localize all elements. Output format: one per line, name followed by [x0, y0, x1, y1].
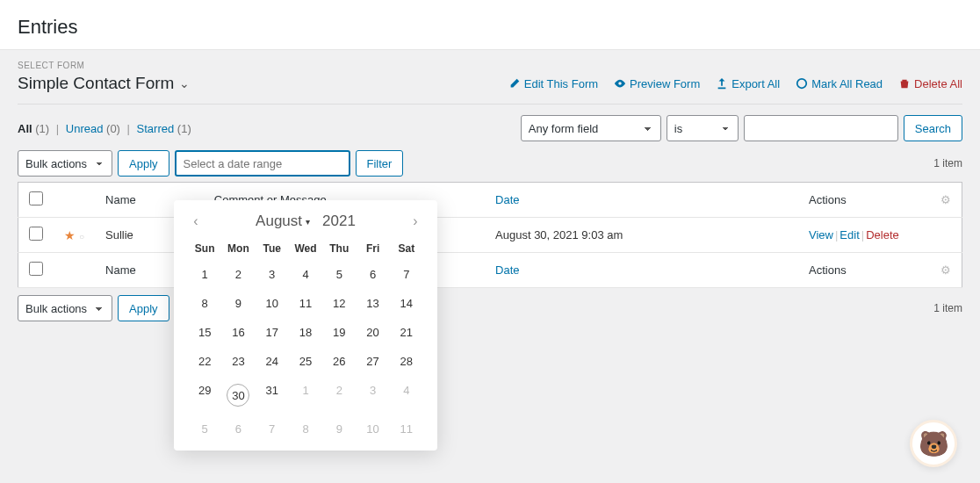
status-filter-links: All (1) | Unread (0) | Starred (1) [18, 122, 191, 135]
delete-all-link[interactable]: Delete All [898, 77, 962, 90]
calendar-day[interactable]: 2 [221, 260, 255, 289]
table-row[interactable]: ★○ Sullie Pre-Sale Query August 30, 2021… [18, 218, 962, 253]
search-button[interactable]: Search [904, 115, 962, 141]
edit-form-label: Edit This Form [524, 77, 598, 90]
entries-table: Name Comment or Message Date Actions ⚙ ★… [18, 182, 962, 288]
bulk-actions-select-top[interactable]: Bulk actions [18, 150, 112, 177]
item-count-bottom: 1 item [933, 302, 962, 314]
page-title: Entries [18, 16, 962, 39]
preview-form-label: Preview Form [630, 77, 700, 90]
bulk-apply-bottom[interactable]: Apply [118, 295, 169, 321]
cell-date: August 30, 2021 9:03 am [485, 218, 798, 253]
row-edit[interactable]: Edit [839, 228, 859, 242]
calendar-day[interactable]: 27 [356, 347, 389, 376]
export-all-label: Export All [731, 77, 780, 90]
row-view[interactable]: View [809, 228, 833, 242]
calendar-day[interactable]: 11 [390, 415, 423, 443]
circle-check-icon [796, 77, 808, 90]
mark-all-read-link[interactable]: Mark All Read [796, 77, 883, 90]
search-operator-select[interactable]: is [667, 115, 739, 141]
calendar-day[interactable]: 6 [221, 415, 255, 443]
search-field-select[interactable]: Any form field [521, 115, 661, 141]
calendar-day[interactable]: 26 [322, 347, 356, 376]
calendar-day[interactable]: 21 [390, 318, 423, 347]
calendar-day[interactable]: 14 [390, 289, 423, 318]
calendar-day[interactable]: 23 [221, 347, 255, 376]
calendar-day[interactable]: 22 [188, 347, 221, 376]
edit-form-link[interactable]: Edit This Form [508, 77, 598, 90]
calendar-day[interactable]: 3 [356, 376, 389, 415]
calendar-day[interactable]: 31 [256, 376, 289, 415]
calendar-day[interactable]: 4 [289, 260, 322, 289]
calendar-day[interactable]: 10 [356, 415, 389, 443]
year-label[interactable]: 2021 [322, 213, 356, 230]
month-select[interactable]: August▾ [256, 213, 310, 230]
form-selector[interactable]: Simple Contact Form ⌄ [18, 74, 190, 93]
row-checkbox[interactable] [29, 227, 43, 241]
svg-point-0 [797, 79, 807, 89]
row-delete[interactable]: Delete [866, 228, 899, 242]
prev-month-button[interactable]: ‹ [188, 213, 204, 229]
calendar-day[interactable]: 12 [322, 289, 356, 318]
calendar-day[interactable]: 19 [322, 318, 356, 347]
gear-icon[interactable]: ⚙ [940, 193, 951, 206]
calendar-day[interactable]: 11 [289, 289, 322, 318]
bulk-apply-top[interactable]: Apply [118, 150, 169, 177]
calendar-day[interactable]: 7 [256, 415, 289, 443]
filter-button[interactable]: Filter [356, 150, 404, 177]
gear-icon[interactable]: ⚙ [940, 263, 951, 277]
calendar-day[interactable]: 13 [356, 289, 389, 318]
col-date-foot[interactable]: Date [485, 253, 798, 288]
trash-icon [898, 77, 911, 90]
dow-label: Thu [322, 237, 356, 260]
dow-label: Tue [256, 237, 289, 260]
select-all-checkbox-top[interactable] [29, 191, 43, 205]
filter-unread[interactable]: Unread [66, 122, 104, 135]
calendar-day[interactable]: 8 [289, 415, 322, 443]
form-name: Simple Contact Form [18, 74, 174, 93]
filter-starred[interactable]: Starred [137, 122, 175, 135]
calendar-day[interactable]: 1 [289, 376, 322, 415]
calendar-day[interactable]: 5 [322, 260, 356, 289]
calendar-day[interactable]: 17 [256, 318, 289, 347]
preview-form-link[interactable]: Preview Form [614, 77, 700, 90]
calendar-day[interactable]: 28 [390, 347, 423, 376]
calendar-day[interactable]: 15 [188, 318, 221, 347]
help-mascot-button[interactable]: 🐻 [910, 420, 957, 467]
calendar-day[interactable]: 29 [188, 376, 221, 415]
calendar-day[interactable]: 4 [390, 376, 423, 415]
col-actions: Actions [798, 183, 930, 218]
calendar-day[interactable]: 8 [188, 289, 221, 318]
calendar-day[interactable]: 24 [256, 347, 289, 376]
calendar-day[interactable]: 9 [322, 415, 356, 443]
col-date[interactable]: Date [485, 183, 798, 218]
calendar-day[interactable]: 3 [256, 260, 289, 289]
export-icon [716, 77, 728, 90]
dow-label: Mon [221, 237, 255, 260]
chevron-down-icon: ⌄ [179, 76, 190, 90]
export-all-link[interactable]: Export All [716, 77, 780, 90]
read-indicator-icon: ○ [79, 232, 84, 242]
calendar-day[interactable]: 9 [221, 289, 255, 318]
mark-all-read-label: Mark All Read [811, 77, 883, 90]
calendar-day[interactable]: 6 [356, 260, 389, 289]
eye-icon [614, 77, 626, 90]
calendar-day[interactable]: 25 [289, 347, 322, 376]
search-value-input[interactable] [744, 115, 898, 141]
date-range-input[interactable] [175, 150, 350, 177]
dow-label: Sun [188, 237, 221, 260]
filter-all[interactable]: All [18, 122, 32, 135]
calendar-day[interactable]: 16 [221, 318, 255, 347]
calendar-day[interactable]: 30 [221, 376, 255, 415]
calendar-day[interactable]: 1 [188, 260, 221, 289]
calendar-day[interactable]: 10 [256, 289, 289, 318]
bulk-actions-select-bottom[interactable]: Bulk actions [18, 295, 112, 321]
select-all-checkbox-bottom[interactable] [29, 262, 43, 276]
calendar-day[interactable]: 20 [356, 318, 389, 347]
next-month-button[interactable]: › [407, 213, 423, 229]
calendar-day[interactable]: 5 [188, 415, 221, 443]
star-icon[interactable]: ★ [64, 228, 76, 242]
calendar-day[interactable]: 7 [390, 260, 423, 289]
calendar-day[interactable]: 2 [322, 376, 356, 415]
calendar-day[interactable]: 18 [289, 318, 322, 347]
